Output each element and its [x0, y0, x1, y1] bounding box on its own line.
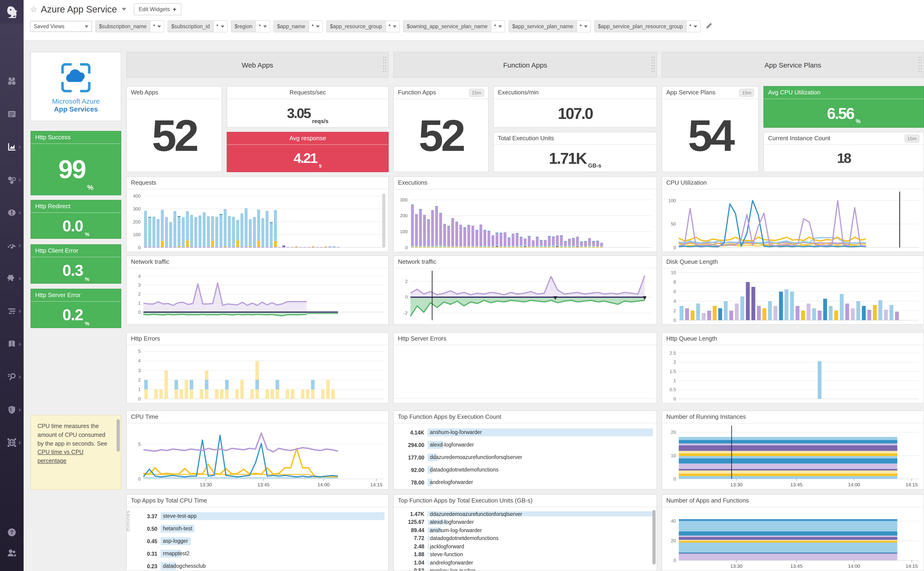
template-var-subscription_id[interactable]: $subscription_id*	[168, 20, 228, 32]
network-traffic-fn-chart[interactable]: -202	[394, 269, 657, 325]
favorite-star-icon[interactable]: ☆	[30, 5, 37, 14]
toplist-scrollbar[interactable]	[653, 510, 656, 565]
var-value[interactable]: *	[256, 21, 270, 32]
toplist-row[interactable]: 78.00andrelogforwarder	[396, 476, 653, 489]
var-value[interactable]: *	[309, 21, 322, 32]
drag-handle[interactable]	[651, 56, 655, 74]
top-fn-exec-units-toplist[interactable]: 1.47Kddazuredemoazurefunctionforsqlserve…	[394, 507, 657, 571]
executions-chart[interactable]: 0100200300	[394, 189, 657, 252]
template-var-app_name[interactable]: $app_name*	[273, 20, 323, 32]
group-header-function-apps[interactable]: Function Apps	[393, 52, 657, 78]
template-var-app_resource_group[interactable]: $app_resource_group*	[326, 20, 400, 32]
sidebar-item-binoculars[interactable]	[0, 65, 23, 98]
toplist-row[interactable]: 125.67alexd-logforwarder	[396, 518, 653, 526]
toplist-row[interactable]: 177.00ddazuredemoazurefunctionforsqlserv…	[396, 451, 653, 464]
function-apps-count-widget[interactable]: Function Apps15m 52	[393, 86, 489, 172]
toplist-row[interactable]: 1.04andrelogforwarder	[396, 559, 653, 566]
group-header-web-apps[interactable]: Web Apps	[126, 52, 389, 78]
toplist-row[interactable]: 92.00datadogdotnetdemofunctions	[396, 464, 653, 476]
total-execution-units-widget[interactable]: Total Execution Units 1.71KGB-s	[493, 132, 657, 172]
avg-response-widget[interactable]: Avg response 4.21s	[227, 132, 389, 172]
toplist-row[interactable]: 89.44anshum-log-forwarder	[396, 526, 653, 534]
note-scrollbar[interactable]	[117, 419, 120, 452]
cpu-utilization-chart-widget[interactable]: CPU Utilization 050100	[662, 176, 924, 252]
top-fn-exec-units-widget[interactable]: Top Function Apps by Total Execution Uni…	[393, 494, 657, 571]
toplist-row[interactable]: 1.47Kddazuredemoazurefunctionforsqlserve…	[396, 510, 653, 518]
running-instances-chart[interactable]: 0102013:3013:4514:0014:15	[662, 423, 924, 489]
sidebar-item-logs[interactable]	[0, 328, 23, 360]
cpu-time-chart[interactable]: 0513:3013:4514:0014:15	[127, 423, 388, 489]
http-server-errors-chart-widget[interactable]: Http Server Errors	[393, 332, 657, 403]
disk-queue-length-widget[interactable]: Disk Queue Length 0246810	[662, 255, 924, 325]
requests-per-sec-widget[interactable]: Requests/sec 3.05reqs/s	[227, 86, 389, 128]
sidebar-item-dashboards[interactable]	[0, 131, 23, 164]
toplist-row[interactable]: 1.88steve-function	[396, 550, 653, 559]
template-var-region[interactable]: $region*	[231, 20, 270, 32]
sidebar-item-users[interactable]	[0, 542, 23, 563]
toplist-row[interactable]: 0.50hetansh-test	[129, 522, 384, 535]
http-server-errors-chart[interactable]	[394, 345, 657, 403]
sidebar-item-metrics[interactable]	[0, 229, 23, 262]
edit-variables-pencil-icon[interactable]	[706, 22, 713, 31]
executions-per-min-widget[interactable]: Executions/min 107.0	[493, 86, 657, 128]
top-fn-exec-count-toplist[interactable]: 4.14Kanshum-log-forwarder294.00alexd-log…	[394, 423, 657, 489]
sidebar-item-integrations[interactable]	[0, 262, 23, 295]
top-apps-cpu-time-toplist[interactable]: minutes3.37steve-test-app0.50hetansh-tes…	[127, 507, 388, 571]
template-var-app_service_plan_name[interactable]: $app_service_plan_name*	[509, 20, 591, 32]
cpu-utilization-chart[interactable]: 050100	[662, 189, 924, 252]
toplist-row[interactable]: 0.45asp-logger	[129, 535, 384, 548]
toplist-row[interactable]: 0.23datadogchessclub	[129, 560, 384, 571]
running-instances-widget[interactable]: Number of Running Instances 0102013:3013…	[662, 411, 924, 489]
var-value[interactable]: *	[577, 21, 591, 32]
template-var-subscription_name[interactable]: $subscription_name*	[95, 20, 165, 32]
toplist-row[interactable]: 294.00alexd-logforwarder	[396, 439, 653, 451]
drag-handle[interactable]	[383, 56, 387, 74]
http-queue-length-chart[interactable]: 00.511.522.5	[662, 345, 924, 403]
toplist-row[interactable]: 4.14Kanshum-log-forwarder	[396, 426, 653, 439]
edit-widgets-button[interactable]: Edit Widgets +	[134, 3, 182, 15]
disk-queue-length-chart[interactable]: 0246810	[662, 269, 924, 325]
sidebar-item-events[interactable]	[0, 98, 23, 131]
toplist-row[interactable]: 3.37steve-test-app	[129, 510, 384, 522]
app-service-plans-count-widget[interactable]: App Service Plans15m 54	[662, 86, 759, 172]
requests-chart-widget[interactable]: Requests 0100200300400	[126, 176, 389, 252]
cpu-time-chart-widget[interactable]: CPU Time 0513:3013:4514:0014:15	[126, 411, 389, 489]
http-errors-chart-widget[interactable]: Http Errors 012345	[126, 332, 389, 403]
executions-chart-widget[interactable]: Executions 0100200300	[393, 176, 657, 252]
var-value[interactable]: *	[385, 21, 399, 32]
http-success-widget[interactable]: Http Success 99%	[31, 131, 121, 195]
datadog-logo[interactable]	[0, 0, 23, 23]
drag-handle[interactable]	[918, 56, 922, 74]
sidebar-item-network[interactable]	[0, 426, 23, 459]
sidebar-item-synthetics[interactable]	[0, 360, 23, 393]
http-queue-length-widget[interactable]: Http Queue Length 00.511.522.5	[662, 332, 924, 403]
requests-chart[interactable]: 0100200300400	[127, 189, 388, 252]
var-value[interactable]: *	[150, 21, 164, 32]
title-chevron-down-icon[interactable]	[122, 8, 126, 11]
var-value[interactable]: *	[491, 21, 505, 32]
toplist-row[interactable]: 0.53monkey-log-pusher	[396, 566, 653, 571]
http-errors-chart[interactable]: 012345	[127, 345, 388, 403]
web-apps-count-widget[interactable]: Web Apps 52	[126, 86, 222, 172]
azure-logo-widget[interactable]: Microsoft Azure App Services	[31, 52, 121, 121]
http-client-error-widget[interactable]: Http Client Error 0.3%	[31, 244, 121, 284]
sidebar-item-infrastructure[interactable]	[0, 164, 23, 196]
toplist-row[interactable]: 2.48jacklogforward	[396, 542, 653, 550]
var-value[interactable]: *	[686, 21, 700, 32]
note-widget[interactable]: CPU time measures the amount of CPU cons…	[31, 415, 121, 489]
current-instance-count-widget[interactable]: Current Instance Count15m 18	[764, 132, 924, 172]
template-var-app_service_plan_resource_group[interactable]: $app_service_plan_resource_group*	[594, 20, 701, 32]
toplist-row[interactable]: 0.31rmapptest2	[129, 548, 384, 560]
top-apps-cpu-time-widget[interactable]: Top Apps by Total CPU Time minutes3.37st…	[126, 494, 389, 571]
apps-functions-widget[interactable]: Number of Apps and Functions 0204013:301…	[662, 494, 924, 571]
network-traffic-fn-widget[interactable]: Network traffic -202	[393, 255, 657, 325]
http-redirect-widget[interactable]: Http Redirect 0.0%	[31, 200, 121, 239]
sidebar-item-apm[interactable]	[0, 295, 23, 328]
sidebar-item-monitors[interactable]	[0, 196, 23, 229]
apps-functions-chart[interactable]: 0204013:3013:4514:0014:15	[662, 507, 924, 571]
network-traffic-web-widget[interactable]: Network traffic 01234	[126, 255, 389, 325]
sidebar-item-security[interactable]	[0, 393, 23, 426]
template-var-owning_app_service_plan_name[interactable]: $owning_app_service_plan_name*	[403, 20, 505, 32]
top-fn-exec-count-widget[interactable]: Top Function Apps by Execution Count 4.1…	[393, 411, 657, 489]
http-server-error-widget[interactable]: Http Server Error 0.2%	[31, 289, 121, 328]
